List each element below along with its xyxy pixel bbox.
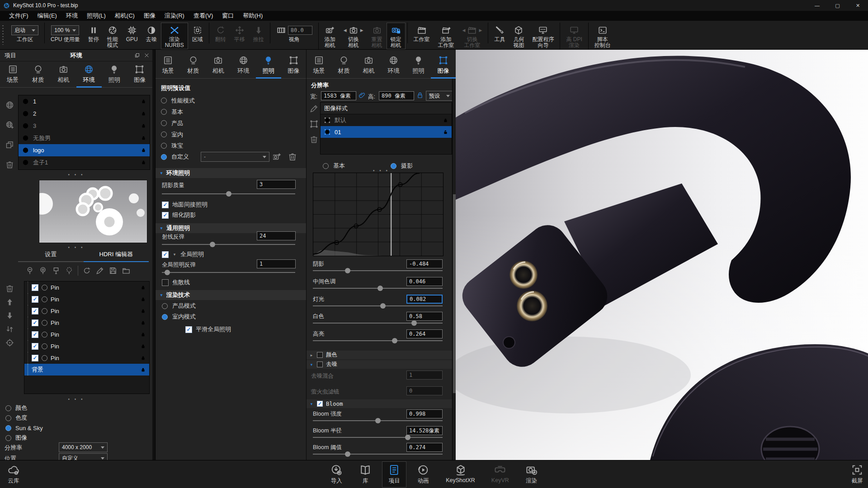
panel-tab[interactable]: 场景 [0,62,25,88]
maximize-button[interactable]: ▢ [827,0,848,11]
denoise-button[interactable]: 去噪 [142,23,161,43]
custom-preset-dropdown[interactable]: - [201,152,269,162]
slider-track[interactable] [313,305,443,306]
pin-visible-checkbox[interactable]: ✓ [32,355,38,361]
lock-icon[interactable] [141,147,146,153]
lock-icon[interactable] [140,308,146,314]
pin-radio[interactable] [42,320,47,326]
height-field[interactable]: 890 像素 [379,91,414,100]
lock-icon[interactable] [140,355,146,361]
slider-handle[interactable] [345,268,350,273]
sunsky-resolution-dropdown[interactable]: 4000 x 2000 [59,442,108,452]
float-panel-icon[interactable] [134,52,140,58]
shadow-quality-field[interactable]: 3 [257,180,296,189]
ray-bounces-slider[interactable] [162,244,295,245]
frame-icon[interactable] [309,119,319,129]
cycle-camera-button[interactable]: ◀ ▶ 切换 相机 [340,23,368,49]
smooth-gi-row[interactable]: ✓平滑全局照明 [185,325,231,333]
environment-item[interactable]: 3 [19,120,150,132]
panel-tab[interactable]: 照明 [256,53,281,79]
render-nurbs-button[interactable]: 渲染 NURBS [161,23,188,49]
lighting-preset-option[interactable]: 室内 [161,129,302,140]
panel-tab[interactable]: 材质 [25,62,51,88]
pin-visible-checkbox[interactable]: ✓ [32,343,38,350]
slider-handle[interactable] [210,242,215,247]
scripting-console-button[interactable]: 脚本 控制台 [590,23,615,49]
add-camera-button[interactable]: 添加 相机 [321,23,340,49]
performance-mode-button[interactable]: 性能 模式 [103,23,122,49]
pin-radio[interactable] [42,355,47,361]
image-style-item[interactable]: 默认 [321,114,452,126]
lock-icon[interactable] [141,160,146,165]
pin-icon[interactable] [25,266,34,275]
pin-radio[interactable] [42,296,47,302]
lock-icon[interactable] [141,123,146,129]
splitter-dots[interactable]: • • • [0,245,152,250]
toolbar-value-field[interactable]: 80.0 [288,26,312,35]
save-icon[interactable] [108,266,118,275]
pin-item[interactable]: ✓ Pin [24,352,149,364]
ground-illumination-row[interactable]: ✓地面间接照明 [162,201,208,209]
cpu-usage-dropdown[interactable]: 100 % CPU 使用量 [47,23,84,43]
slider-track[interactable] [313,454,443,455]
lighting-preset-option[interactable]: 基本 [161,106,302,117]
tone-curve[interactable] [313,173,443,256]
slider-value-field[interactable]: 0.046 [406,277,443,286]
lock-icon[interactable] [140,367,146,373]
environment-item[interactable]: 无脸男 [19,132,150,144]
move-down-icon[interactable] [5,311,14,320]
refresh-icon[interactable] [82,266,91,275]
section-color[interactable]: ▸颜色 [307,351,452,359]
pin-round-icon[interactable] [38,266,47,275]
slider-track[interactable] [313,437,443,438]
caustics-row[interactable]: 焦散线 [162,278,190,286]
section-environment-lighting[interactable]: ▾环境照明 [156,168,306,178]
geometry-view-button[interactable]: 几何 视图 [509,23,528,49]
pin-item[interactable]: ✓ Pin [24,282,149,293]
pin-item[interactable]: ✓ Pin [24,328,149,340]
panel-tab[interactable]: 场景 [307,53,331,79]
pin-item[interactable]: ✓ Pin [24,293,149,305]
slider-handle[interactable] [377,286,383,291]
link-icon[interactable] [358,91,366,99]
lock-icon[interactable] [140,332,146,338]
slider-handle[interactable] [345,451,350,457]
pin-item[interactable]: ✓ Pin [24,317,149,328]
pin-rect-icon[interactable] [52,266,61,275]
background-type-option[interactable]: 色度 [5,413,152,423]
slider-track[interactable] [313,323,443,324]
add-studio-button[interactable]: 添加 工作室 [434,23,458,49]
splitter-dots[interactable]: • • • [0,172,152,177]
menu-item[interactable]: 文件(F) [5,11,33,21]
lock-camera-button[interactable]: 锁定 相机 [387,23,406,49]
slider-value-field[interactable]: 0.274 [406,443,443,452]
configurator-wizard-button[interactable]: 配置程序 向导 [528,23,558,49]
tumble-button[interactable]: 翻转 [211,23,230,43]
shadow-quality-slider[interactable] [162,193,295,194]
high-dpi-render-button[interactable]: 高 DPI 渲染 [562,23,586,49]
pin-visible-checkbox[interactable]: ✓ [32,296,38,303]
reset-camera-button[interactable]: 重置 相机 [368,23,387,49]
scrollbar[interactable] [452,79,456,460]
pin-visible-checkbox[interactable]: ✓ [32,284,38,291]
panel-tab[interactable]: 环境 [381,53,406,79]
slider-handle[interactable] [226,191,231,197]
delete-style-icon[interactable] [309,135,319,144]
slider-handle[interactable] [392,338,397,343]
background-type-option[interactable]: 图像 [5,433,152,443]
pin-item[interactable]: ✓ Pin [24,305,149,317]
toolbar-dropdown[interactable]: 启动 [11,25,38,35]
cycle-left-icon[interactable]: ◀ [344,28,347,33]
panel-tab[interactable]: 材质 [181,53,206,79]
copy-environment-icon[interactable] [5,140,14,150]
slider-track[interactable] [313,340,443,341]
panel-tab[interactable]: 相机 [206,53,231,79]
pin-visible-checkbox[interactable]: ✓ [32,319,38,326]
section-bloom[interactable]: ▾✓Bloom [307,399,452,408]
pin-radio[interactable] [42,332,47,338]
region-render-button[interactable]: 区域 [188,23,207,43]
slider-handle[interactable] [411,320,417,326]
delete-preset-icon[interactable] [288,152,297,162]
pin-item[interactable]: 背景 [24,364,149,375]
ray-bounces-field[interactable]: 24 [257,231,296,240]
